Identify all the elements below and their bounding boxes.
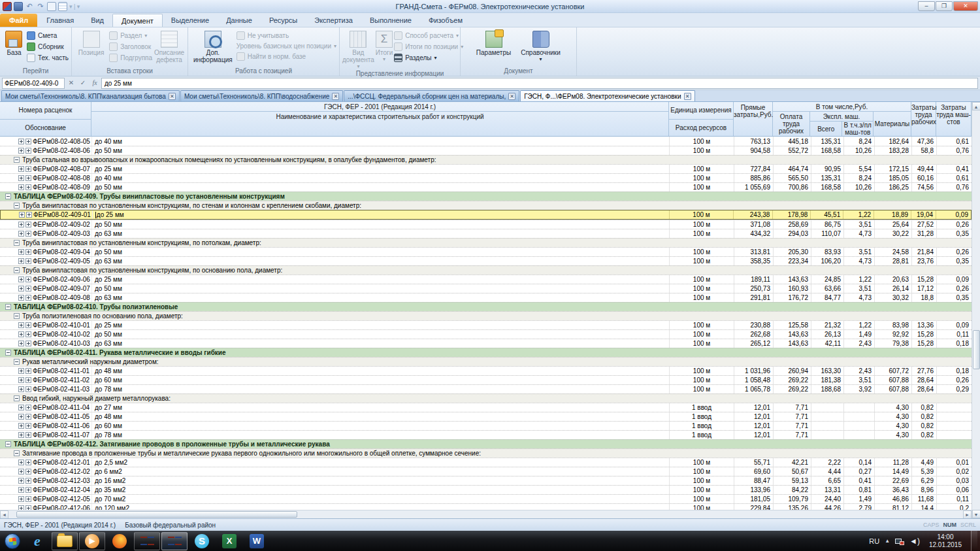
collapse-icon[interactable] — [14, 267, 20, 273]
table-row-group[interactable]: Труба винипластовая по установленным кон… — [0, 238, 972, 247]
collapse-icon[interactable] — [14, 203, 20, 209]
language-indicator[interactable]: RU — [869, 537, 879, 545]
expand-icon[interactable] — [18, 249, 24, 255]
volume-icon[interactable]: ◄) — [909, 537, 920, 546]
razdely-button[interactable]: Разделы — [394, 54, 463, 62]
expand-icon[interactable] — [25, 505, 31, 510]
table-row-position[interactable]: ФЕРм08-02-412-04до 35 мм2100 м133,9684,2… — [0, 485, 972, 494]
expand-icon[interactable] — [18, 322, 24, 328]
table-row-position[interactable]: ФЕРм08-02-411-06до 60 мм1 ввод12,017,714… — [0, 421, 972, 430]
save-icon[interactable] — [14, 2, 23, 11]
uroven-bazisnyh-cen-button[interactable]: Уровень базисных цен позиции — [237, 42, 336, 50]
close-tab-icon[interactable]: ✕ — [332, 93, 339, 100]
table-row-position[interactable]: ФЕРм08-02-411-07до 78 мм1 ввод12,017,714… — [0, 430, 972, 439]
expand-icon[interactable] — [25, 231, 31, 237]
table-row-position[interactable]: ФЕРм08-02-409-04до 50 мм100 м313,81205,3… — [0, 247, 972, 256]
expand-icon[interactable] — [18, 231, 24, 237]
minimize-button[interactable]: – — [918, 1, 935, 11]
zagolovok-button[interactable]: Заголовок — [109, 42, 152, 51]
expand-icon[interactable] — [25, 368, 31, 374]
expand-icon[interactable] — [25, 222, 31, 227]
start-button[interactable] — [1, 532, 24, 550]
cancel-edit-icon[interactable]: ✕ — [66, 78, 76, 88]
tab-glavnaya[interactable]: Главная — [38, 14, 82, 27]
preview-icon[interactable] — [47, 2, 56, 11]
table-row-position[interactable]: ФЕРм08-02-412-06до 120 мм2100 м229,84135… — [0, 503, 972, 510]
vid-dokumenta-button[interactable]: Вид документа — [342, 29, 374, 69]
expand-icon[interactable] — [18, 423, 24, 429]
table-row-section[interactable]: ТАБЛИЦА ФЕРм08-02-412. Затягивание прово… — [0, 439, 972, 448]
expand-icon[interactable] — [18, 184, 24, 190]
table-row-position[interactable]: ФЕРм08-02-409-01до 25 мм100 м243,38178,9… — [0, 210, 972, 220]
collapse-icon[interactable] — [5, 350, 11, 356]
grid-view-icon[interactable] — [58, 2, 67, 11]
scroll-up-icon[interactable]: ▲ — [972, 102, 980, 110]
expand-icon[interactable] — [25, 258, 31, 264]
confirm-edit-icon[interactable]: ✓ — [78, 78, 88, 88]
collapse-icon[interactable] — [14, 359, 20, 365]
expand-icon[interactable] — [18, 166, 24, 172]
taskbar-grand-smeta-2[interactable] — [161, 532, 188, 550]
hscroll-thumb[interactable] — [16, 511, 297, 518]
table-row-position[interactable]: ФЕРм08-02-411-03до 78 мм100 м1 065,78269… — [0, 384, 972, 393]
collapse-icon[interactable] — [5, 304, 11, 310]
expand-icon[interactable] — [25, 295, 31, 301]
table-row-group[interactable]: Затягивание провода в проложенные трубы … — [0, 448, 972, 458]
vscroll-thumb[interactable] — [973, 330, 980, 369]
doc-tab-fssc[interactable]: ...\ФССЦ. Федеральный сборник цен на мат… — [344, 90, 519, 101]
itogi-po-pozicii-button[interactable]: Итоги по позиции — [394, 42, 463, 51]
table-row-position[interactable]: ФЕРм08-02-409-08до 63 мм100 м291,81176,7… — [0, 293, 972, 302]
sposob-rascheta-button[interactable]: Способ расчета — [394, 31, 463, 40]
clock[interactable]: 14:00 12.01.2015 — [925, 533, 966, 549]
razdel-button[interactable]: Раздел — [109, 31, 152, 40]
table-row-group[interactable]: Рукав металлический наружным диаметром: — [0, 357, 972, 366]
table-row-position[interactable]: ФЕРм08-02-409-05до 63 мм100 м358,35223,3… — [0, 256, 972, 265]
collapse-icon[interactable] — [14, 157, 20, 163]
table-row-position[interactable]: ФЕРм08-02-409-07до 50 мм100 м250,73160,9… — [0, 284, 972, 293]
table-row-group[interactable]: Труба стальная во взрывоопасных и пожаро… — [0, 155, 972, 164]
expand-icon[interactable] — [18, 341, 24, 346]
taskbar-word[interactable]: W — [244, 532, 270, 550]
tab-resursy[interactable]: Ресурсы — [261, 14, 306, 27]
expand-icon[interactable] — [18, 175, 24, 181]
expand-icon[interactable] — [26, 212, 32, 218]
quick-access-dropdown-icon[interactable]: ▾ | ▾ — [69, 3, 80, 10]
scroll-right-icon[interactable]: ► — [963, 510, 972, 519]
expand-icon[interactable] — [25, 276, 31, 282]
table-row-group[interactable]: Труба винипластовая по установленным кон… — [0, 265, 972, 275]
table-row-position[interactable]: ФЕРм08-02-409-03до 63 мм100 м434,32294,0… — [0, 229, 972, 238]
table-row-position[interactable]: ФЕРм08-02-409-02до 50 мм100 м371,08258,6… — [0, 220, 972, 229]
collapse-icon[interactable] — [14, 450, 20, 456]
expand-icon[interactable] — [25, 341, 31, 346]
expand-icon[interactable] — [18, 432, 24, 438]
cell-reference-box[interactable]: ФЕРм08-02-409-0 — [2, 78, 65, 89]
collapse-icon[interactable] — [14, 313, 20, 319]
poziciya-button[interactable]: Позиция — [74, 29, 108, 56]
table-row-position[interactable]: ФЕРм08-02-408-08до 40 мм100 м885,86565,5… — [0, 173, 972, 182]
scroll-down-icon[interactable]: ▼ — [972, 510, 980, 518]
expand-icon[interactable] — [18, 222, 24, 227]
fx-icon[interactable]: fx — [90, 78, 100, 88]
horizontal-scrollbar[interactable]: ◄ ► — [0, 510, 972, 518]
expand-icon[interactable] — [25, 478, 31, 484]
table-row-position[interactable]: ФЕРм08-02-410-02до 50 мм100 м262,68143,6… — [0, 329, 972, 339]
taskbar-firefox[interactable] — [106, 532, 133, 550]
tab-vypolnenie[interactable]: Выполнение — [361, 14, 420, 27]
table-row-group[interactable]: Труба полиэтиленовая по основанию пола, … — [0, 311, 972, 320]
expand-icon[interactable] — [18, 505, 24, 510]
podgruppa-button[interactable]: Подгруппа — [109, 54, 152, 62]
taskbar-skype[interactable]: S — [189, 532, 215, 550]
table-row-position[interactable]: ФЕРм08-02-412-05до 70 мм2100 м181,05109,… — [0, 494, 972, 503]
expand-icon[interactable] — [18, 496, 24, 502]
table-row-position[interactable]: ФЕРм08-02-409-06до 25 мм100 м189,11143,6… — [0, 275, 972, 284]
tab-dannye[interactable]: Данные — [218, 14, 261, 27]
baza-button[interactable]: База — [3, 29, 25, 56]
expand-icon[interactable] — [18, 469, 24, 475]
spravochniki-button[interactable]: Справочники — [517, 29, 565, 62]
table-row-group[interactable]: Ввод гибкий, наружный диаметр металлорук… — [0, 393, 972, 403]
expand-icon[interactable] — [18, 386, 24, 392]
taskbar-grand-smeta-1[interactable] — [134, 532, 160, 550]
table-row-position[interactable]: ФЕРм08-02-408-09до 50 мм100 м1 055,69700… — [0, 182, 972, 192]
tech-chast-button[interactable]: Тех. часть — [27, 54, 69, 62]
taskbar-excel[interactable]: X — [216, 532, 242, 550]
